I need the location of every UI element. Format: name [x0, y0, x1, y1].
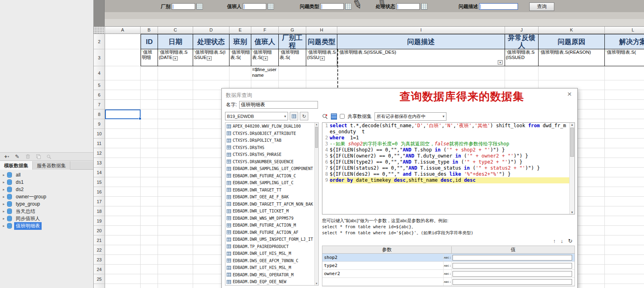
memory-mode-select[interactable]: 所有记录都保存在内存中 ▾: [375, 112, 446, 121]
cell-L17[interactable]: [605, 197, 644, 206]
cell-L16[interactable]: [605, 187, 644, 197]
select-all-corner[interactable]: [94, 27, 105, 34]
add-dataset-icon[interactable]: +▾: [4, 153, 10, 160]
cell-D3[interactable]: 值班明细表.S(ISSUE▾: [193, 49, 229, 66]
cell-F2[interactable]: 值班人: [251, 34, 279, 49]
col-header-J[interactable]: J: [505, 27, 539, 34]
expand-arrow-icon[interactable]: ▸: [3, 217, 7, 221]
param-row[interactable]: shop2ABC↓: [322, 254, 575, 262]
row-header-19[interactable]: 19: [94, 216, 105, 226]
cell-B18[interactable]: [141, 206, 158, 216]
cell-B6[interactable]: [141, 90, 158, 100]
table-list-item[interactable]: CTXSYS.DR$THS_PHRASE: [225, 151, 318, 158]
preview-sql-icon[interactable]: [322, 114, 328, 120]
col-header-I[interactable]: I: [337, 27, 505, 34]
scroll-up-icon[interactable]: ▲: [570, 123, 575, 126]
table-list-item[interactable]: CTXSYS.DR$OBJECT_ATTRIBUTE: [225, 130, 318, 137]
widget-editor-icon[interactable]: [267, 3, 274, 10]
col-header-L[interactable]: L: [605, 27, 644, 34]
sql-line-8[interactable]: 8${IF(LEN(des2) == 0,""," and T.issue_de…: [322, 171, 575, 177]
widget-editor-icon[interactable]: [421, 3, 427, 10]
cell-A[interactable]: [105, 284, 141, 288]
scroll-thumb[interactable]: [570, 128, 574, 157]
row-header-11[interactable]: 11: [94, 139, 105, 148]
cell-B15[interactable]: [141, 177, 158, 187]
row-header-10[interactable]: 10: [94, 129, 105, 139]
dataset-item[interactable]: ▸all: [0, 171, 93, 179]
cell-E3[interactable]: 值班明细表.S(: [229, 49, 251, 66]
row-header-24[interactable]: 24: [94, 265, 105, 274]
table-list-item[interactable]: EDBADM.DWR_LOT_TICKET_M: [225, 208, 318, 215]
col-header-B[interactable]: B: [141, 27, 158, 34]
cell-L4[interactable]: [605, 66, 644, 80]
tab-模板数据集[interactable]: 模板数据集: [0, 161, 33, 170]
cell-I4[interactable]: [337, 66, 505, 80]
param-value-input[interactable]: [452, 263, 572, 269]
database-select[interactable]: B19_EDWDB ▾: [225, 112, 288, 120]
table-list-item[interactable]: EDBADM.DWR_FUTURE_ACTION_AF: [225, 229, 318, 236]
table-list-item[interactable]: EDBADM.DWR_SAMPLING_LOT_C: [225, 179, 318, 187]
cell-C2[interactable]: 日期: [158, 34, 193, 49]
cell-L5[interactable]: [605, 80, 644, 90]
refresh-params-icon[interactable]: ↻: [568, 238, 572, 244]
cell-K4[interactable]: [539, 66, 605, 80]
cell-L7[interactable]: [605, 100, 644, 109]
dataset-item[interactable]: ▸同步值班人: [0, 215, 93, 222]
col-header-A[interactable]: A: [105, 27, 141, 34]
dataset-item[interactable]: ▸type_group: [0, 200, 93, 208]
cell-L2[interactable]: 解决方案: [605, 34, 644, 49]
table-list-item[interactable]: EDBADM.DWR_LOT_HIS_MSL_M: [225, 250, 318, 257]
cell-C7[interactable]: [158, 100, 193, 109]
cell-B20[interactable]: [141, 226, 158, 235]
expand-arrow-icon[interactable]: ▸: [3, 173, 7, 177]
expand-arrow-icon[interactable]: ▸: [3, 202, 7, 206]
cell-B11[interactable]: [141, 139, 158, 148]
expand-arrow-icon[interactable]: ▸: [3, 187, 7, 191]
cell-A24[interactable]: [105, 265, 141, 274]
expand-arrow-icon[interactable]: ▸: [3, 180, 7, 184]
row-header-8[interactable]: 8: [94, 109, 105, 119]
sql-line-1[interactable]: 1select t.*,decode(shift_name,'D','白班','…: [322, 123, 575, 135]
cell-A14[interactable]: [105, 168, 141, 177]
cell-E2[interactable]: 班别: [229, 34, 251, 49]
param-input[interactable]: [479, 3, 518, 10]
cell-B9[interactable]: [141, 119, 158, 129]
cell-B2[interactable]: ID: [141, 34, 158, 49]
cell-A3[interactable]: [105, 49, 141, 66]
cell-B5[interactable]: [141, 80, 158, 90]
col-header-F[interactable]: F: [251, 27, 279, 34]
cell-J4[interactable]: [505, 66, 539, 80]
cell-A16[interactable]: [105, 187, 141, 197]
cell-C11[interactable]: [158, 139, 193, 148]
table-list-item[interactable]: EDBADM.DWR_TARGET_TT: [225, 187, 318, 194]
cell-B23[interactable]: [141, 255, 158, 265]
cell-C21[interactable]: [158, 235, 193, 245]
cell-J2[interactable]: 异常反馈人: [505, 34, 539, 49]
copy-dataset-icon[interactable]: [35, 153, 41, 160]
cell-D4[interactable]: [193, 66, 229, 80]
cell-B4[interactable]: [141, 66, 158, 80]
editor-scrollbar[interactable]: ▲ ▼: [569, 123, 575, 214]
expand-arrow-icon[interactable]: ▸: [3, 224, 7, 228]
dataset-name-input[interactable]: [239, 101, 318, 109]
cell-B[interactable]: [141, 284, 158, 288]
row-header-9[interactable]: 9: [94, 119, 105, 129]
move-down-icon[interactable]: ↓: [561, 238, 564, 244]
row-header-5[interactable]: 5: [94, 80, 105, 90]
sql-line-4[interactable]: 4${IF(LEN(shop2) == 0,"","AND T.shop in …: [322, 147, 575, 153]
row-header-2[interactable]: 2: [94, 34, 105, 49]
param-row[interactable]: owner2ABC↓: [322, 270, 575, 278]
cell-B3[interactable]: 值班明细: [141, 49, 158, 66]
cell-L23[interactable]: [605, 255, 644, 265]
cell-K2[interactable]: 问题原因: [539, 34, 605, 49]
cell-A12[interactable]: [105, 148, 141, 158]
query-button[interactable]: 查询: [529, 2, 554, 11]
cell-C12[interactable]: [158, 148, 193, 158]
sql-line-5[interactable]: 5${IF(LEN(owner2) == 0,"","AND T.duty_ow…: [322, 153, 575, 159]
param-row[interactable]: type2ABC↓: [322, 262, 575, 270]
cell-L12[interactable]: [605, 148, 644, 158]
row-header-20[interactable]: 20: [94, 226, 105, 235]
preview-dataset-icon[interactable]: [46, 153, 52, 160]
col-header-H[interactable]: H: [306, 27, 337, 34]
cell-G4[interactable]: [279, 66, 306, 80]
